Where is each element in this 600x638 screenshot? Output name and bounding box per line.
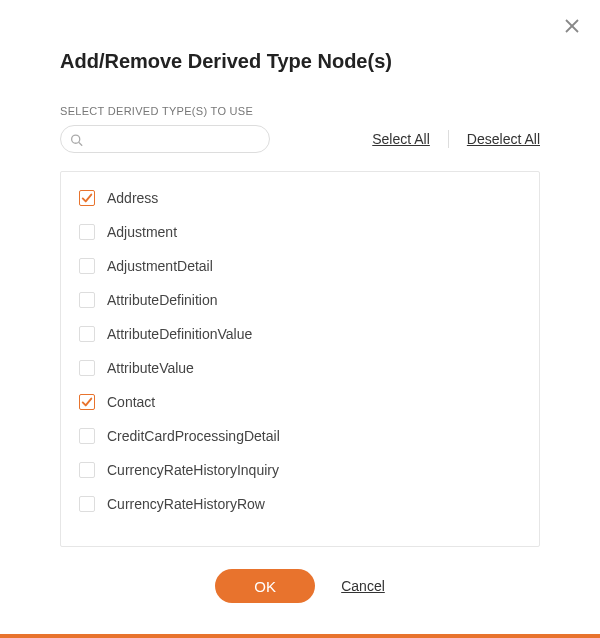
search-input[interactable] [60, 125, 270, 153]
divider [448, 130, 449, 148]
checkbox[interactable] [79, 428, 95, 444]
item-label: CurrencyRateHistoryInquiry [107, 462, 279, 478]
checkbox[interactable] [79, 326, 95, 342]
ok-button[interactable]: OK [215, 569, 315, 603]
dialog-footer: OK Cancel [60, 569, 540, 603]
checkbox[interactable] [79, 292, 95, 308]
list-item[interactable]: Contact [79, 394, 521, 410]
item-label: CurrencyRateHistoryRow [107, 496, 265, 512]
cancel-button[interactable]: Cancel [341, 578, 385, 594]
close-icon [565, 19, 579, 37]
item-label: AttributeDefinition [107, 292, 218, 308]
item-label: Contact [107, 394, 155, 410]
list-item[interactable]: AdjustmentDetail [79, 258, 521, 274]
field-label: SELECT DERIVED TYPE(S) TO USE [60, 105, 540, 117]
checkbox[interactable] [79, 258, 95, 274]
select-all-link[interactable]: Select All [372, 131, 430, 147]
list-item[interactable]: Adjustment [79, 224, 521, 240]
bottom-accent-bar [0, 634, 600, 638]
checkbox[interactable] [79, 224, 95, 240]
item-label: AttributeDefinitionValue [107, 326, 252, 342]
svg-line-3 [79, 142, 82, 145]
dialog: Add/Remove Derived Type Node(s) SELECT D… [0, 0, 600, 638]
list-item[interactable]: AttributeValue [79, 360, 521, 376]
item-label: AdjustmentDetail [107, 258, 213, 274]
item-label: Address [107, 190, 158, 206]
checkbox[interactable] [79, 190, 95, 206]
item-label: AttributeValue [107, 360, 194, 376]
search-box [60, 125, 270, 153]
checkbox[interactable] [79, 496, 95, 512]
svg-point-2 [72, 135, 80, 143]
toolbar: Select All Deselect All [60, 125, 540, 153]
list-item[interactable]: CurrencyRateHistoryRow [79, 496, 521, 512]
close-button[interactable] [562, 18, 582, 38]
checkbox[interactable] [79, 360, 95, 376]
checkbox[interactable] [79, 394, 95, 410]
search-icon [70, 133, 83, 146]
item-label: CreditCardProcessingDetail [107, 428, 280, 444]
deselect-all-link[interactable]: Deselect All [467, 131, 540, 147]
list-item[interactable]: AttributeDefinition [79, 292, 521, 308]
dialog-title: Add/Remove Derived Type Node(s) [60, 50, 540, 73]
list-item[interactable]: Address [79, 190, 521, 206]
item-label: Adjustment [107, 224, 177, 240]
list-item[interactable]: CurrencyRateHistoryInquiry [79, 462, 521, 478]
list-item[interactable]: AttributeDefinitionValue [79, 326, 521, 342]
type-list: AddressAdjustmentAdjustmentDetailAttribu… [60, 171, 540, 547]
list-item[interactable]: CreditCardProcessingDetail [79, 428, 521, 444]
checkbox[interactable] [79, 462, 95, 478]
